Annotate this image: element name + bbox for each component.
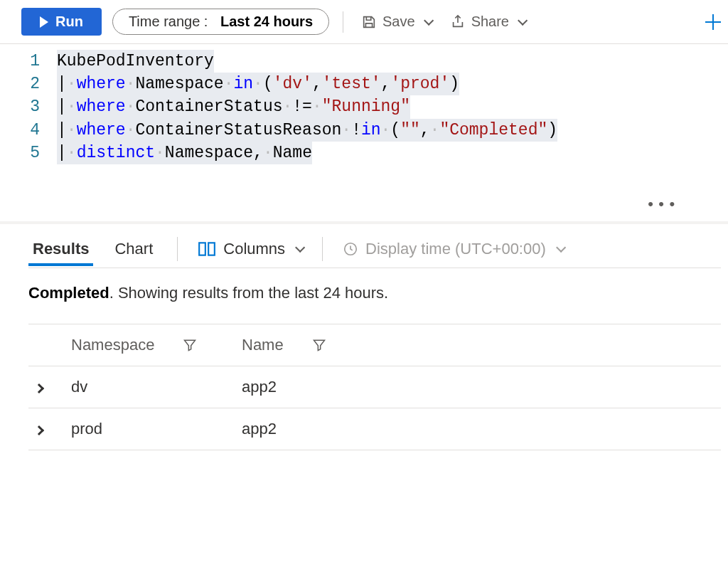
columns-button[interactable]: Columns <box>198 240 302 258</box>
code-line[interactable]: 5|·distinct·Namespace,·Name <box>14 142 728 164</box>
table-header-row: Namespace Name <box>28 324 721 366</box>
filter-icon[interactable] <box>312 338 326 352</box>
time-range-picker[interactable]: Time range : Last 24 hours <box>112 9 329 35</box>
query-editor[interactable]: 1KubePodInventory2|·where·Namespace·in·(… <box>0 44 728 224</box>
code-content[interactable]: KubePodInventory <box>57 50 214 73</box>
table-row[interactable]: dvapp2 <box>28 366 721 408</box>
divider <box>343 11 343 33</box>
share-icon <box>450 14 466 30</box>
expand-cell[interactable] <box>28 366 64 408</box>
more-menu[interactable]: ••• <box>646 195 678 217</box>
header-label: Namespace <box>71 336 154 354</box>
code-content[interactable]: |·where·ContainerStatus·!=·"Running" <box>57 95 410 118</box>
status-rest: . Showing results from the last 24 hours… <box>109 284 389 302</box>
code-line[interactable]: 4|·where·ContainerStatusReason·!in·("",·… <box>14 119 728 142</box>
run-label: Run <box>55 14 83 30</box>
chevron-down-icon <box>424 15 434 25</box>
save-icon <box>361 14 377 30</box>
columns-label: Columns <box>223 240 285 258</box>
code-line[interactable]: 2|·where·Namespace·in·('dv','test','prod… <box>14 73 728 95</box>
status-strong: Completed <box>28 284 109 302</box>
code-content[interactable]: |·where·Namespace·in·('dv','test','prod'… <box>57 73 459 95</box>
clock-icon <box>343 241 358 257</box>
column-header-name[interactable]: Name <box>235 324 721 366</box>
new-tab-button[interactable] <box>705 14 721 30</box>
code-content[interactable]: |·distinct·Namespace,·Name <box>57 142 312 164</box>
chevron-right-icon <box>34 425 44 435</box>
line-number: 3 <box>14 95 57 118</box>
tab-results[interactable]: Results <box>28 233 93 265</box>
play-icon <box>40 16 48 28</box>
chevron-down-icon <box>556 243 566 253</box>
header-label: Name <box>242 336 284 354</box>
time-range-value: Last 24 hours <box>220 14 313 30</box>
svg-rect-0 <box>199 243 205 255</box>
save-button[interactable]: Save <box>357 11 435 33</box>
filter-icon[interactable] <box>183 338 197 352</box>
chevron-down-icon <box>295 243 305 253</box>
chevron-down-icon <box>518 15 528 25</box>
share-button[interactable]: Share <box>446 11 529 33</box>
share-label: Share <box>471 14 509 30</box>
line-number: 5 <box>14 142 57 164</box>
divider <box>322 237 323 261</box>
line-number: 1 <box>14 50 57 73</box>
expand-cell[interactable] <box>28 408 64 450</box>
code-line[interactable]: 1KubePodInventory <box>14 50 728 73</box>
cell-namespace: dv <box>64 366 235 408</box>
run-button[interactable]: Run <box>21 8 102 36</box>
svg-rect-1 <box>208 243 215 255</box>
results-tabs: Results Chart Columns Display time (UTC+… <box>28 231 721 268</box>
columns-icon <box>198 241 216 257</box>
cell-name: app2 <box>235 366 721 408</box>
code-line[interactable]: 3|·where·ContainerStatus·!=·"Running" <box>14 95 728 118</box>
query-toolbar: Run Time range : Last 24 hours Save Shar… <box>0 0 728 44</box>
display-time-label: Display time (UTC+00:00) <box>365 240 546 258</box>
time-range-label: Time range : <box>129 14 208 30</box>
column-header-namespace[interactable]: Namespace <box>64 324 235 366</box>
results-pane: Results Chart Columns Display time (UTC+… <box>0 224 728 457</box>
save-label: Save <box>382 14 415 30</box>
cell-namespace: prod <box>64 408 235 450</box>
results-table: Namespace Name dvapp2prodapp2 <box>28 324 721 450</box>
line-number: 2 <box>14 73 57 95</box>
code-content[interactable]: |·where·ContainerStatusReason·!in·("",·"… <box>57 119 557 142</box>
line-number: 4 <box>14 119 57 142</box>
divider <box>177 237 178 261</box>
chevron-right-icon <box>34 383 44 393</box>
tab-chart[interactable]: Chart <box>110 233 157 265</box>
table-row[interactable]: prodapp2 <box>28 408 721 450</box>
results-status: Completed. Showing results from the last… <box>28 284 721 302</box>
cell-name: app2 <box>235 408 721 450</box>
display-time-button[interactable]: Display time (UTC+00:00) <box>343 240 563 258</box>
